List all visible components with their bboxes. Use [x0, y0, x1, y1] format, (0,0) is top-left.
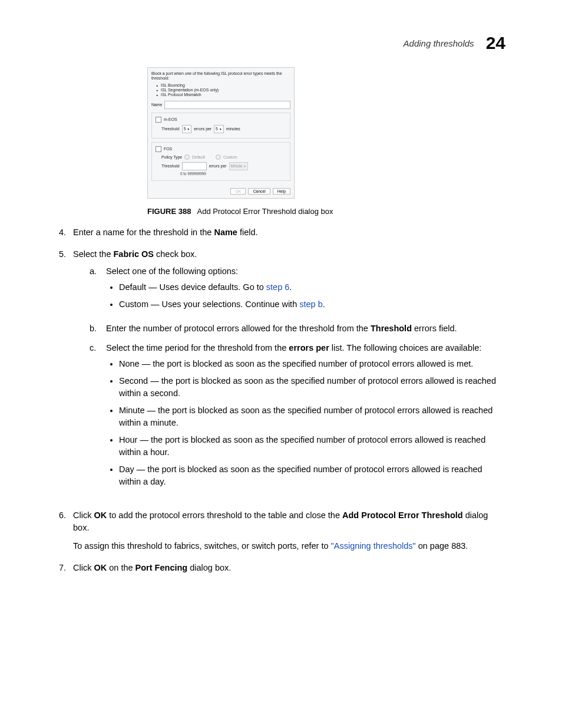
- default-radio[interactable]: [184, 154, 190, 160]
- list-item: Day — the port is blocked as soon as the…: [119, 463, 505, 488]
- step-5a: a. Select one of the following options: …: [90, 265, 505, 315]
- step-4: 4. Enter a name for the threshold in the…: [57, 226, 505, 239]
- help-button[interactable]: Help: [273, 188, 290, 195]
- fos-threshold-label: Threshold: [161, 164, 180, 168]
- meos-threshold-label: Threshold: [161, 127, 180, 131]
- intro-item: ISL Segmentation (m-EOS only): [156, 88, 290, 93]
- figure-caption: FIGURE 388 Add Protocol Error Threshold …: [147, 207, 505, 216]
- section-title: Adding thresholds: [404, 38, 474, 48]
- name-input[interactable]: [164, 101, 290, 109]
- step6-para2: To assign this threshold to fabrics, swi…: [73, 540, 505, 552]
- meos-group: m-EOS Threshold 5▼ errors per 5▼ minutes: [151, 113, 290, 139]
- step-6: 6. Click OK to add the protocol errors t…: [57, 509, 505, 552]
- list-item: Hour — the port is blocked as soon as th…: [119, 434, 505, 459]
- option-item: Default — Uses device defaults. Go to st…: [119, 281, 505, 294]
- substep-content: Enter the number of protocol errors allo…: [106, 322, 505, 335]
- link-step-b[interactable]: step b: [299, 299, 323, 309]
- step-7: 7. Click OK on the Port Fencing dialog b…: [57, 562, 505, 574]
- chevron-down-icon: ▼: [219, 127, 222, 131]
- name-label: Name: [151, 103, 162, 107]
- list-item: None — the port is blocked as soon as th…: [119, 358, 505, 370]
- step-number: 4.: [57, 226, 66, 239]
- ok-button[interactable]: OK: [230, 188, 246, 195]
- substep-content: Select one of the following options: Def…: [106, 265, 505, 315]
- step-content: Click OK on the Port Fencing dialog box.: [73, 562, 505, 574]
- step-5: 5. Select the Fabric OS check box. a. Se…: [57, 248, 505, 500]
- meos-threshold-select[interactable]: 5▼: [182, 125, 192, 133]
- step-number: 6.: [57, 509, 66, 522]
- step-content: Enter a name for the threshold in the Na…: [73, 226, 505, 239]
- time-period-list: None — the port is blocked as soon as th…: [106, 358, 505, 488]
- list-item: Minute — the port is blocked as soon as …: [119, 404, 505, 429]
- fos-threshold-input[interactable]: [182, 162, 207, 170]
- list-item: Second — the port is blocked as soon as …: [119, 375, 505, 400]
- option-item: Custom — Uses your selections. Continue …: [119, 298, 505, 311]
- fos-label: FOS: [164, 147, 172, 151]
- fos-period-select[interactable]: Minute▼: [229, 162, 248, 170]
- policy-type-label: Policy Type: [161, 155, 182, 159]
- fos-checkbox[interactable]: [156, 146, 161, 152]
- fos-range-hint: 0 to 999999999: [180, 172, 286, 176]
- fos-errors-per-label: errors per: [209, 164, 227, 168]
- meos-errors-per-label: errors per: [194, 127, 211, 131]
- chapter-number: 24: [486, 33, 505, 53]
- chevron-down-icon: ▼: [243, 164, 246, 168]
- substep-letter: a.: [90, 265, 99, 278]
- add-protocol-error-threshold-dialog: Block a port when one of the following I…: [147, 67, 295, 199]
- intro-item: ISL Protocol Mismatch: [156, 93, 290, 97]
- link-step-6[interactable]: step 6: [266, 282, 290, 292]
- figure-number: FIGURE 388: [147, 207, 191, 216]
- step-content: Click OK to add the protocol errors thre…: [73, 509, 505, 552]
- page-header: Adding thresholds 24: [57, 33, 505, 53]
- default-radio-label: Default: [192, 155, 205, 159]
- meos-unit-label: minutes: [226, 127, 240, 131]
- name-row: Name: [151, 101, 290, 109]
- step-5b: b. Enter the number of protocol errors a…: [90, 322, 505, 335]
- dialog-intro-list: ISL Bouncing ISL Segmentation (m-EOS onl…: [156, 83, 290, 97]
- substep-content: Select the time period for the threshold…: [106, 342, 505, 493]
- meos-label: m-EOS: [164, 117, 177, 121]
- custom-radio[interactable]: [216, 154, 221, 160]
- figure-caption-text: Add Protocol Error Threshold dialog box: [197, 207, 333, 216]
- step5-substeps: a. Select one of the following options: …: [90, 265, 505, 493]
- steps-list: 4. Enter a name for the threshold in the…: [57, 226, 505, 574]
- fos-group: FOS Policy Type Default Custom Threshold…: [151, 142, 290, 181]
- options-list: Default — Uses device defaults. Go to st…: [106, 281, 505, 311]
- step-content: Select the Fabric OS check box. a. Selec…: [73, 248, 505, 500]
- chevron-down-icon: ▼: [187, 127, 190, 131]
- step-5c: c. Select the time period for the thresh…: [90, 342, 505, 493]
- dialog-button-row: OK Cancel Help: [148, 185, 294, 198]
- custom-radio-label: Custom: [223, 155, 237, 159]
- substep-letter: c.: [90, 342, 99, 354]
- link-assigning-thresholds[interactable]: "Assigning thresholds": [331, 541, 416, 551]
- cancel-button[interactable]: Cancel: [248, 188, 270, 195]
- substep-letter: b.: [90, 322, 99, 335]
- document-page: { "header": { "section_title": "Adding t…: [0, 0, 562, 728]
- intro-item: ISL Bouncing: [156, 83, 290, 88]
- dialog-intro-text: Block a port when one of the following I…: [151, 71, 290, 81]
- meos-period-select[interactable]: 5▼: [214, 125, 224, 133]
- step-number: 7.: [57, 562, 66, 574]
- step-number: 5.: [57, 248, 66, 261]
- meos-checkbox[interactable]: [156, 117, 161, 123]
